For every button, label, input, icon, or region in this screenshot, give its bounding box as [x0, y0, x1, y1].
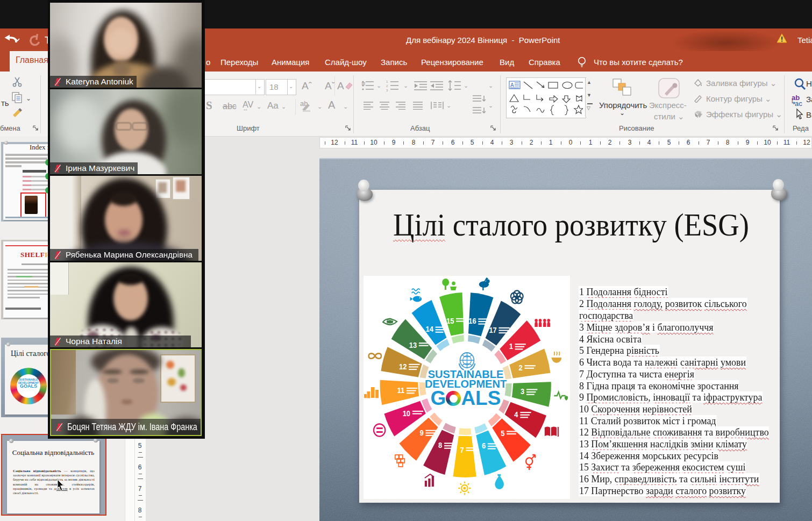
svg-text:7: 7 — [460, 446, 464, 455]
svg-text:1: 1 — [386, 80, 388, 83]
svg-text:6: 6 — [482, 442, 486, 451]
svg-text:9: 9 — [419, 429, 423, 437]
svg-text:10: 10 — [403, 409, 410, 418]
svg-text:A: A — [510, 82, 514, 88]
svg-text:5: 5 — [501, 430, 505, 438]
svg-text:2: 2 — [386, 84, 388, 88]
svg-text:1: 1 — [509, 342, 514, 351]
svg-text:4: 4 — [514, 411, 518, 419]
svg-text:8: 8 — [438, 441, 443, 450]
svg-text:17: 17 — [489, 326, 496, 334]
svg-text:14: 14 — [426, 325, 434, 334]
svg-text:15: 15 — [446, 317, 454, 325]
svg-text:3: 3 — [386, 89, 388, 91]
svg-text:16: 16 — [468, 317, 476, 326]
svg-text:13: 13 — [409, 341, 417, 350]
